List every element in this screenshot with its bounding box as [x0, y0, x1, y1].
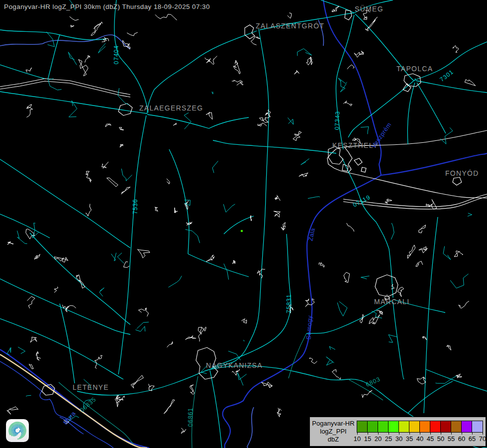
- legend-tickmark: [472, 433, 473, 435]
- county-label: Somogy: [305, 315, 313, 339]
- legend-tickmark: [483, 433, 483, 435]
- legend-tickmark: [441, 433, 441, 435]
- legend-color-cells: [357, 421, 483, 433]
- city-label: ZALASZENTGRÓT: [256, 22, 324, 29]
- legend-tick-value: 35: [404, 435, 414, 443]
- legend-tick-value: 10: [352, 435, 362, 443]
- legend-cell: [472, 421, 483, 432]
- legend-tickmark: [462, 433, 462, 435]
- legend-colorbar: 10152025303540455055606570: [357, 421, 483, 446]
- legend-tickmark: [399, 433, 399, 435]
- legend-tickmark: [420, 433, 420, 435]
- legend-tick-value: 50: [436, 435, 446, 443]
- road-number-label: 75831: [286, 294, 292, 313]
- legend-cell: [409, 421, 420, 432]
- city-label: MARCALI: [374, 298, 409, 305]
- spiral-icon: [6, 419, 29, 442]
- legend-cell: [357, 421, 368, 432]
- legend-tick-value: 20: [373, 435, 383, 443]
- city-label: NAGYKANIZSA: [206, 362, 263, 369]
- legend-tickmark: [451, 433, 452, 435]
- legend-tick-value: 30: [394, 435, 404, 443]
- legend-cell: [368, 421, 378, 432]
- legend-tickmark: [378, 433, 379, 435]
- radar-echoes: [241, 230, 243, 232]
- city-label: TAPOLCA: [396, 65, 433, 72]
- legend-tickmark: [368, 433, 368, 435]
- road-number-label: 07343: [334, 111, 340, 130]
- legend-tickmark: [430, 433, 431, 435]
- legend-tickmark: [389, 433, 389, 435]
- legend-product: logZ_PPI: [310, 428, 357, 436]
- legend-cell: [430, 421, 441, 432]
- legend-station: Poganyvar-HR: [310, 420, 357, 428]
- legend-cell: [451, 421, 462, 432]
- road-number-label: 06861: [188, 408, 194, 427]
- legend-cell: [462, 421, 472, 432]
- legend-tick-value: 15: [363, 435, 373, 443]
- legend-cell: [378, 421, 389, 432]
- legend-cell: [399, 421, 409, 432]
- legend-tick-value: 70: [478, 435, 487, 443]
- legend-text-block: Poganyvar-HR logZ_PPI dbZ: [310, 417, 357, 446]
- radar-map-screen: SÜMEGZALASZENTGRÓTTAPOLCAZALAEGERSZEGKES…: [0, 0, 487, 448]
- road-number-label: 07404: [113, 45, 119, 64]
- legend-tick-value: 65: [467, 435, 477, 443]
- legend-cell: [441, 421, 451, 432]
- legend-unit: dbZ: [310, 436, 357, 444]
- road-number-label: 7536: [132, 199, 138, 215]
- legend-cell: [389, 421, 399, 432]
- radar-spiral-logo: [6, 419, 29, 442]
- city-label: LETENYE: [73, 384, 109, 391]
- radar-title: Poganyvar-HR logZ_PPI 30km (dbZ) Thursda…: [4, 3, 210, 10]
- city-label: ZALAEGERSZEG: [139, 105, 203, 112]
- legend-tick-value: 60: [457, 435, 467, 443]
- legend-panel: Poganyvar-HR logZ_PPI dbZ 10152025303540…: [309, 417, 486, 447]
- legend-tick-value: 45: [425, 435, 435, 443]
- legend-tick-value: 55: [446, 435, 456, 443]
- legend-tickmark: [409, 433, 410, 435]
- legend-tickmark: [357, 433, 358, 435]
- city-label: SÜMEG: [355, 5, 384, 12]
- legend-cell: [420, 421, 430, 432]
- legend-tick-value: 25: [384, 435, 393, 443]
- county-border-lines: [223, 0, 487, 448]
- river-light-lines: [0, 20, 324, 448]
- city-label: FONYÓD: [445, 170, 479, 177]
- legend-tick-value: 40: [415, 435, 425, 443]
